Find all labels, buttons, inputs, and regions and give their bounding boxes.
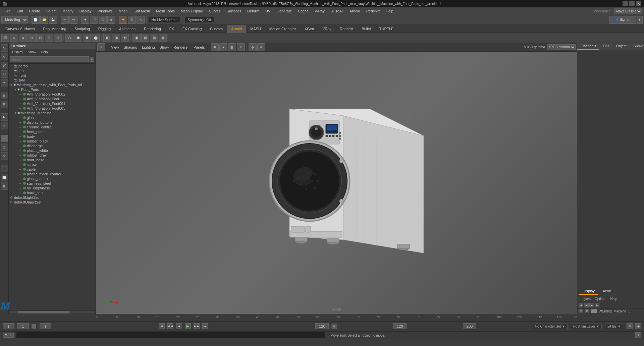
go-to-end-button[interactable]: ⏭	[202, 323, 208, 329]
channels-tab[interactable]: Channels	[577, 43, 599, 50]
menu-surfaces[interactable]: Surfaces	[224, 8, 244, 14]
options-subtab[interactable]: Options	[593, 297, 607, 301]
tab-motion-graphics[interactable]: Motion Graphics	[265, 25, 300, 33]
menu-mesh-tools[interactable]: Mesh Tools	[153, 8, 177, 14]
tree-item-persp[interactable]: 📷 persp	[9, 64, 96, 68]
tree-item-no-emptiness[interactable]: → no_emptiness	[9, 186, 96, 190]
tab-xgen[interactable]: XGen	[301, 25, 318, 33]
save-scene-button[interactable]: 💾	[49, 16, 57, 24]
frame-range-btn[interactable]: ⊞	[331, 324, 337, 329]
play-forward-button[interactable]: ▶	[185, 323, 191, 329]
tree-item-cable[interactable]: → cable	[9, 167, 96, 172]
paint-select-icon[interactable]: 🖌	[1, 62, 8, 69]
render-icon[interactable]: ▶	[1, 113, 8, 121]
vp-isolate-btn[interactable]: ◑	[249, 43, 257, 51]
maximize-button[interactable]: □	[629, 1, 635, 6]
tree-item-foot-pads[interactable]: ▼ ✱ Foot_Pads	[9, 87, 96, 92]
lasso-tool-button[interactable]: ⬚	[90, 16, 98, 24]
outliner-display-menu[interactable]: Display	[10, 50, 25, 54]
sculpt-icon[interactable]: ✦	[1, 79, 8, 86]
tab-rendering[interactable]: Rendering	[140, 25, 165, 33]
icon-8[interactable]: ⬡	[65, 34, 73, 42]
icon-17[interactable]: ▥	[150, 34, 158, 42]
grid-icon[interactable]: ⊟	[1, 101, 8, 108]
menu-file[interactable]: File	[2, 8, 13, 14]
tab-fx-caching[interactable]: FX Caching	[178, 25, 206, 33]
icon-4[interactable]: ⊙	[28, 34, 36, 42]
icon-2[interactable]: ⊕	[10, 34, 18, 42]
outliner-hscroll[interactable]	[9, 310, 96, 314]
icon-3[interactable]: ⊗	[19, 34, 27, 42]
tab-arnold[interactable]: Arnold	[227, 25, 246, 33]
tree-item-chrome-control[interactable]: → chrome_control	[9, 125, 96, 129]
tree-item-anti-vib-foot003[interactable]: → Anti_Vibration_Foot003	[9, 106, 96, 111]
tab-redshift[interactable]: Redshift	[336, 25, 357, 33]
tree-item-default-light-set[interactable]: ⊙ defaultLightSet	[9, 195, 96, 200]
search-input[interactable]	[10, 56, 89, 62]
icon-13[interactable]: ◨	[112, 34, 120, 42]
tree-item-washing-machine-group[interactable]: ▼ ✱ Washing_Machine_with_Foot_Pads_nd1..…	[9, 82, 96, 87]
help-subtab[interactable]: Help	[609, 297, 619, 301]
tree-item-front[interactable]: 📷 front	[9, 73, 96, 78]
menu-edit-mesh[interactable]: Edit Mesh	[131, 8, 153, 14]
redo-button[interactable]: ↪	[69, 16, 77, 24]
viewport-menu-view[interactable]: View	[109, 45, 121, 50]
menu-deform[interactable]: Deform	[245, 8, 262, 14]
outliner-show-menu[interactable]: Show	[26, 50, 38, 54]
menu-3dtoall[interactable]: 3DToAll	[328, 8, 346, 14]
anim-subtab[interactable]: Anim	[599, 288, 614, 295]
tree-item-top[interactable]: 📷 top	[9, 68, 96, 73]
show-tab[interactable]: Show	[630, 43, 644, 50]
tree-item-rubber-gray[interactable]: → rubber_gray	[9, 153, 96, 158]
frame-200-input[interactable]	[463, 323, 476, 329]
menu-modify[interactable]: Modify	[60, 8, 76, 14]
render2-icon[interactable]: ▷	[1, 122, 8, 129]
modeling-dropdown[interactable]: Modeling	[1, 16, 28, 23]
outliner-tree[interactable]: 📷 persp 📷 top 📷 front 📷 side ▼ ✱ Washing…	[9, 64, 96, 310]
menu-curves[interactable]: Curves	[206, 8, 223, 14]
layers-icon[interactable]: ◫	[1, 143, 8, 151]
tree-item-body[interactable]: → body	[9, 134, 96, 139]
tree-item-side[interactable]: 📷 side	[9, 78, 96, 82]
tree-item-display-buttons[interactable]: → display_buttons	[9, 120, 96, 125]
object-tab[interactable]: Object	[612, 43, 630, 50]
viewport-canvas[interactable]: X Y Z persp	[96, 52, 577, 314]
workspace-dropdown[interactable]: Maya Classic	[614, 8, 642, 14]
menu-redshift[interactable]: Redshift	[364, 8, 382, 14]
undo-button[interactable]: ↩	[61, 16, 69, 24]
vp-wireframe-btn[interactable]: ⊞	[211, 43, 219, 51]
new-scene-button[interactable]: 📄	[32, 16, 40, 24]
tree-item-screws[interactable]: → screws	[9, 162, 96, 167]
tree-item-glass[interactable]: → glass	[9, 115, 96, 120]
minimize-button[interactable]: ─	[623, 1, 628, 6]
edit-tab[interactable]: Edit	[599, 43, 612, 50]
go-to-start-button[interactable]: ⏮	[159, 323, 165, 329]
icon-10[interactable]: ⬣	[83, 34, 91, 42]
snap-icon[interactable]: ⊞	[1, 92, 8, 99]
display-subtab[interactable]: Display	[579, 288, 598, 295]
tab-poly-modeling[interactable]: Poly Modeling	[39, 25, 70, 33]
tree-item-anti-vib-foot[interactable]: → Anti_Vibration_Foot	[9, 97, 96, 101]
tab-bullet[interactable]: Bullet	[358, 25, 375, 33]
icon-18[interactable]: ▦	[159, 34, 167, 42]
tools-icon[interactable]: ⚙	[1, 152, 8, 160]
tab-mash[interactable]: MASH	[246, 25, 265, 33]
layers-subtab[interactable]: Layers	[579, 297, 592, 301]
tab-custom[interactable]: Custom	[206, 25, 227, 33]
icon-5[interactable]: ⊡	[36, 34, 44, 42]
play-back-button[interactable]: ◄	[176, 323, 182, 329]
srgb-dropdown[interactable]: sRGB gamma	[547, 44, 576, 50]
uv2-icon[interactable]: ⬜	[1, 174, 8, 181]
menu-arnold[interactable]: Arnold	[347, 8, 363, 14]
menu-cache[interactable]: Cache	[295, 8, 311, 14]
tree-item-door-base[interactable]: → door_base	[9, 158, 96, 162]
viewport-menu-show[interactable]: Show	[158, 45, 171, 50]
anim-preferences-btn[interactable]: ⚙	[627, 323, 633, 329]
tab-rigging[interactable]: Rigging	[94, 25, 115, 33]
menu-edit[interactable]: Edit	[14, 8, 26, 14]
select-tool-button[interactable]: ✦	[81, 16, 89, 24]
tree-item-glass-control[interactable]: → glass_control	[9, 176, 96, 181]
menu-create[interactable]: Create	[26, 8, 43, 14]
tree-item-plastic-black-control[interactable]: → plastic_black_control	[9, 172, 96, 176]
no-character-set-dropdown[interactable]: No Character Set ▼	[533, 324, 568, 329]
